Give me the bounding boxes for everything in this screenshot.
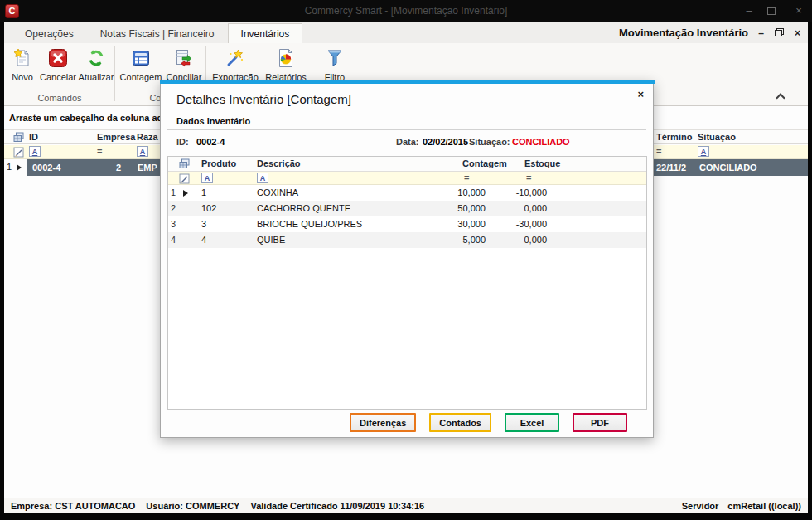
- window-title: Commercy Smart - [Movimentação Inventári…: [0, 5, 812, 17]
- table-header-row: Produto Descrição Contagem Estoque: [168, 157, 646, 172]
- column-header-empresa[interactable]: Empresa: [97, 132, 135, 142]
- id-label: ID:: [176, 137, 189, 147]
- title-bar: C Commercy Smart - [Movimentação Inventá…: [0, 0, 812, 22]
- column-header-produto[interactable]: Produto: [201, 158, 236, 168]
- equals-filter-icon[interactable]: =: [656, 146, 661, 156]
- cell-estoque: -10,000: [479, 185, 547, 201]
- tab-notas-fiscais-financeiro[interactable]: Notas Fiscais | Financeiro: [87, 23, 228, 43]
- cell-estoque: -30,000: [479, 216, 547, 232]
- cell-contagem: 5,000: [413, 232, 486, 248]
- text-filter-icon[interactable]: A: [137, 146, 148, 157]
- atualizar-button[interactable]: Atualizar: [75, 46, 117, 94]
- status-certificado: Validade Certificado 11/09/2019 10:34:16: [250, 501, 424, 511]
- text-filter-icon[interactable]: A: [698, 146, 709, 157]
- cell-descricao: QUIBE: [257, 232, 285, 248]
- column-header-descricao[interactable]: Descrição: [257, 158, 301, 168]
- collapse-ribbon-chevron-icon[interactable]: [776, 93, 785, 102]
- detalhes-inventario-dialog: × Detalhes Inventário [Contagem] Dados I…: [160, 80, 654, 438]
- cell-empresa: 2: [116, 159, 121, 176]
- status-servidor-value: cmRetail ((local)): [727, 501, 801, 511]
- column-header-situacao[interactable]: Situação: [698, 132, 736, 142]
- status-usuario: Usuário: COMMERCY: [146, 501, 239, 511]
- cell-produto: 4: [201, 232, 206, 248]
- equals-filter-icon[interactable]: =: [526, 173, 531, 182]
- cell-situacao: CONCILIADO: [699, 159, 757, 176]
- cell-termino: 22/11/2: [656, 159, 686, 176]
- table-row[interactable]: 2 102 CACHORRO QUENTE 50,000 0,000: [168, 201, 646, 216]
- select-all-icon[interactable]: [179, 158, 190, 171]
- group-by-hint: Arraste um cabeçalho da coluna aqui: [9, 113, 160, 123]
- column-header-razao[interactable]: Razã: [137, 132, 158, 142]
- maximize-icon: [767, 7, 776, 15]
- table-filter-row: A A = =: [168, 172, 646, 185]
- cell-produto: 1: [201, 185, 206, 201]
- cell-razao: EMP: [138, 159, 157, 176]
- reports-pie-icon: [275, 46, 297, 70]
- count-items-table: Produto Descrição Contagem Estoque A A =…: [167, 156, 647, 410]
- window-minimize-button[interactable]: –: [742, 4, 756, 17]
- cell-contagem: 30,000: [413, 216, 486, 232]
- window-maximize-button[interactable]: [767, 4, 781, 17]
- row-number: 2: [171, 201, 176, 216]
- column-header-termino[interactable]: Término: [656, 132, 692, 142]
- contados-button[interactable]: Contados: [429, 413, 491, 432]
- column-header-contagem[interactable]: Contagem: [462, 158, 507, 168]
- app-window: C Commercy Smart - [Movimentação Inventá…: [0, 0, 812, 520]
- cell-descricao: BRIOCHE QUEIJO/PRES: [257, 216, 362, 232]
- cell-estoque: 0,000: [479, 232, 547, 248]
- equals-filter-icon[interactable]: =: [97, 146, 102, 156]
- document-restore-button[interactable]: [774, 27, 785, 39]
- ribbon-tab-strip: Operações Notas Fiscais | Financeiro Inv…: [4, 22, 808, 43]
- row-number: 4: [171, 232, 176, 248]
- data-value: 02/02/2015: [423, 137, 468, 147]
- pdf-button[interactable]: PDF: [573, 413, 627, 432]
- column-header-id[interactable]: ID: [29, 132, 38, 142]
- table-row[interactable]: 3 3 BRIOCHE QUEIJO/PRES 30,000 -30,000: [168, 216, 646, 232]
- cell-contagem: 50,000: [413, 201, 486, 216]
- dialog-accent-bar: [160, 80, 655, 84]
- reconcile-icon: [173, 46, 195, 70]
- filter-funnel-icon: [324, 46, 346, 70]
- section-title: Dados Inventário: [176, 116, 250, 126]
- row-number: 1: [7, 162, 12, 172]
- new-document-icon: [12, 46, 33, 70]
- cell-descricao: COXINHA: [257, 185, 298, 201]
- row-indicator-icon: [17, 164, 22, 171]
- text-filter-icon[interactable]: A: [201, 173, 213, 183]
- contagem-button[interactable]: Contagem: [119, 46, 162, 94]
- text-filter-icon[interactable]: A: [257, 173, 268, 183]
- situacao-label: Situação:: [469, 137, 510, 147]
- table-row[interactable]: 4 4 QUIBE 5,000 0,000: [168, 232, 646, 248]
- text-filter-icon[interactable]: A: [29, 146, 41, 157]
- window-close-button[interactable]: ×: [792, 4, 805, 17]
- document-minimize-button[interactable]: –: [756, 27, 766, 39]
- excel-button[interactable]: Excel: [505, 413, 559, 432]
- status-empresa: Empresa: CST AUTOMACAO: [11, 501, 135, 511]
- dialog-close-button[interactable]: ×: [637, 88, 644, 100]
- table-row[interactable]: 1 1 COXINHA 10,000 -10,000: [168, 185, 646, 201]
- column-header-estoque[interactable]: Estoque: [524, 158, 560, 168]
- ribbon-separator: [114, 46, 115, 101]
- tab-operacoes[interactable]: Operações: [12, 23, 87, 43]
- dialog-title: Detalhes Inventário [Contagem]: [176, 92, 351, 106]
- cell-contagem: 10,000: [413, 185, 486, 201]
- diferencas-button[interactable]: Diferenças: [350, 413, 416, 432]
- cancelar-button[interactable]: Cancelar: [38, 46, 78, 94]
- cell-produto: 102: [201, 201, 216, 216]
- situacao-badge: CONCILIADO: [512, 137, 570, 147]
- tab-inventarios[interactable]: Inventários: [228, 23, 303, 43]
- select-all-icon[interactable]: [13, 132, 24, 144]
- row-number: 3: [171, 216, 176, 232]
- cell-descricao: CACHORRO QUENTE: [257, 201, 350, 216]
- cancel-icon: [47, 46, 69, 70]
- equals-filter-icon[interactable]: =: [464, 173, 469, 182]
- cell-produto: 3: [201, 216, 206, 232]
- dialog-button-bar: Diferenças Contados Excel PDF: [350, 413, 627, 432]
- id-value: 0002-4: [196, 137, 225, 147]
- section-divider: [167, 129, 646, 130]
- novo-button[interactable]: Novo: [7, 46, 38, 94]
- ribbon-group-comandos: Comandos: [7, 93, 113, 104]
- document-close-button[interactable]: ×: [792, 27, 803, 39]
- row-indicator-icon: [183, 190, 188, 197]
- data-label: Data:: [396, 137, 419, 147]
